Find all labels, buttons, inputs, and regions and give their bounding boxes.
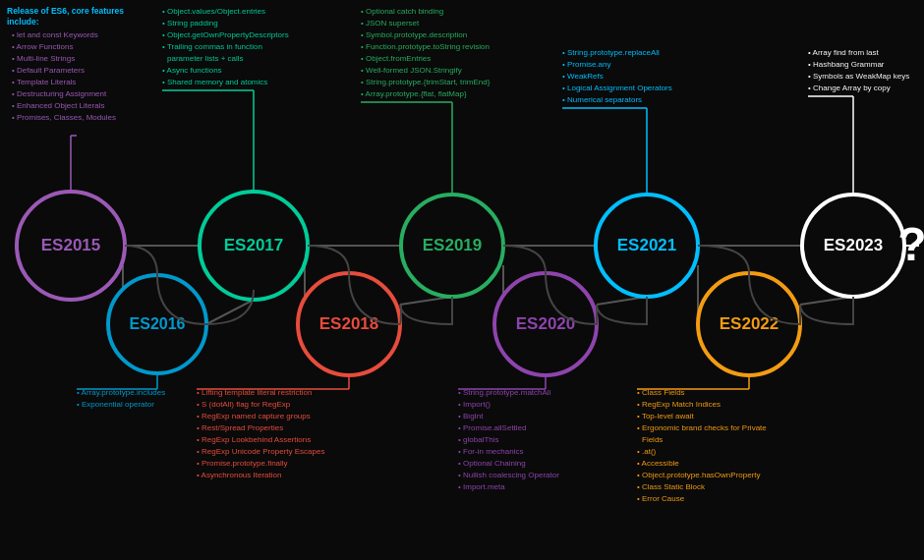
svg-text:• Symbols as WeakMap keys: • Symbols as WeakMap keys: [808, 72, 909, 81]
timeline-svg: ES2015 ES2016 ES2017 ES2018 ES2019 ES202…: [0, 0, 924, 560]
svg-text:• Change Array by copy: • Change Array by copy: [808, 84, 891, 92]
svg-text:• Promise.prototype.finally: • Promise.prototype.finally: [197, 459, 288, 468]
svg-text:• Template Literals: • Template Literals: [12, 78, 76, 86]
svg-text:• Multi-line Strings: • Multi-line Strings: [12, 54, 75, 63]
svg-text:• Hashbang Grammar: • Hashbang Grammar: [808, 60, 885, 69]
svg-text:• Default Parameters: • Default Parameters: [12, 66, 85, 75]
svg-text:• Async functions: • Async functions: [162, 66, 222, 75]
svg-text:parameter lists + calls: parameter lists + calls: [167, 54, 244, 63]
svg-text:Release of ES6, core features: Release of ES6, core features: [7, 6, 124, 16]
svg-text:• Function.prototype.toString : • Function.prototype.toString revision: [361, 42, 490, 51]
svg-text:• RegExp Match Indices: • RegExp Match Indices: [637, 400, 721, 409]
svg-text:• S (dotAll) flag for RegExp: • S (dotAll) flag for RegExp: [197, 400, 291, 409]
svg-text:• Rest/Spread Properties: • Rest/Spread Properties: [197, 423, 283, 432]
svg-text:• String.prototype.replaceAll: • String.prototype.replaceAll: [562, 48, 660, 57]
svg-text:• Error Cause: • Error Cause: [637, 494, 685, 503]
svg-text:• Logical Assignment Operators: • Logical Assignment Operators: [562, 84, 672, 92]
svg-text:• Enhanced Object Literals: • Enhanced Object Literals: [12, 101, 104, 110]
svg-text:• Optional catch binding: • Optional catch binding: [361, 7, 443, 16]
svg-text:?: ?: [897, 218, 924, 270]
svg-text:include:: include:: [7, 17, 39, 27]
svg-text:• RegExp Lookbehind Assertions: • RegExp Lookbehind Assertions: [197, 435, 311, 444]
svg-text:• RegExp Unicode Property Esca: • RegExp Unicode Property Escapes: [197, 447, 324, 456]
svg-text:• Destructuring Assignment: • Destructuring Assignment: [12, 89, 107, 98]
svg-text:• Accessible: • Accessible: [637, 459, 679, 468]
svg-text:ES2015: ES2015: [41, 236, 101, 254]
svg-text:ES2023: ES2023: [824, 236, 884, 254]
main-canvas: ES2015 ES2016 ES2017 ES2018 ES2019 ES202…: [0, 0, 924, 560]
svg-text:• Nullish coalescing Operator: • Nullish coalescing Operator: [458, 471, 559, 479]
svg-text:• Top-level await: • Top-level await: [637, 412, 695, 420]
svg-text:• Promises, Classes, Modules: • Promises, Classes, Modules: [12, 113, 116, 122]
svg-text:• Symbol.prototype.description: • Symbol.prototype.description: [361, 30, 467, 39]
svg-text:• Object.prototype.hasOwnPrope: • Object.prototype.hasOwnProperty: [637, 471, 761, 479]
svg-text:• Object.getOwnPropertyDescrip: • Object.getOwnPropertyDescriptors: [162, 30, 289, 39]
svg-text:• BigInt: • BigInt: [458, 412, 484, 420]
svg-text:• Well-formed JSON.Stringify: • Well-formed JSON.Stringify: [361, 66, 462, 75]
svg-text:• Object.fromEntries: • Object.fromEntries: [361, 54, 431, 63]
svg-text:• For-in mechanics: • For-in mechanics: [458, 447, 523, 456]
svg-text:• String padding: • String padding: [162, 19, 218, 28]
svg-text:• Arrow Functions: • Arrow Functions: [12, 42, 73, 51]
svg-text:• Promise.allSettled: • Promise.allSettled: [458, 423, 527, 432]
svg-text:• Object.values/Object.entries: • Object.values/Object.entries: [162, 7, 265, 16]
svg-text:• String.prototype.{trimStart,: • String.prototype.{trimStart, trimEnd}: [361, 78, 491, 86]
svg-text:• Numerical separators: • Numerical separators: [562, 95, 642, 104]
svg-text:ES2019: ES2019: [423, 236, 483, 254]
svg-text:• WeakRefs: • WeakRefs: [562, 72, 604, 81]
svg-text:• Ergonomic brand checks for P: • Ergonomic brand checks for Private: [637, 423, 767, 432]
svg-text:ES2017: ES2017: [224, 236, 284, 254]
svg-text:• let and const Keywords: • let and const Keywords: [12, 30, 98, 39]
svg-text:ES2021: ES2021: [617, 236, 677, 254]
svg-text:• Exponential operator: • Exponential operator: [77, 400, 154, 409]
svg-text:• Trailing commas in function: • Trailing commas in function: [162, 42, 262, 51]
svg-text:• RegExp named capture groups: • RegExp named capture groups: [197, 412, 311, 420]
svg-text:• .at(): • .at(): [637, 447, 657, 456]
svg-text:• Class Static Block: • Class Static Block: [637, 482, 706, 491]
svg-text:• Import.meta: • Import.meta: [458, 482, 505, 491]
svg-text:• Array.prototype.{flat, flatM: • Array.prototype.{flat, flatMap}: [361, 89, 467, 98]
svg-text:• Promise.any: • Promise.any: [562, 60, 610, 69]
svg-text:• Asynchronous Iteration: • Asynchronous Iteration: [197, 471, 281, 479]
svg-text:• JSON superset: • JSON superset: [361, 19, 420, 28]
svg-text:• globalThis: • globalThis: [458, 435, 499, 444]
svg-text:• Optional Chaining: • Optional Chaining: [458, 459, 526, 468]
svg-text:• Import(): • Import(): [458, 400, 491, 409]
svg-text:• Shared memory and atomics: • Shared memory and atomics: [162, 78, 267, 86]
svg-text:• Array find from last: • Array find from last: [808, 48, 879, 57]
svg-text:Fields: Fields: [642, 435, 663, 444]
